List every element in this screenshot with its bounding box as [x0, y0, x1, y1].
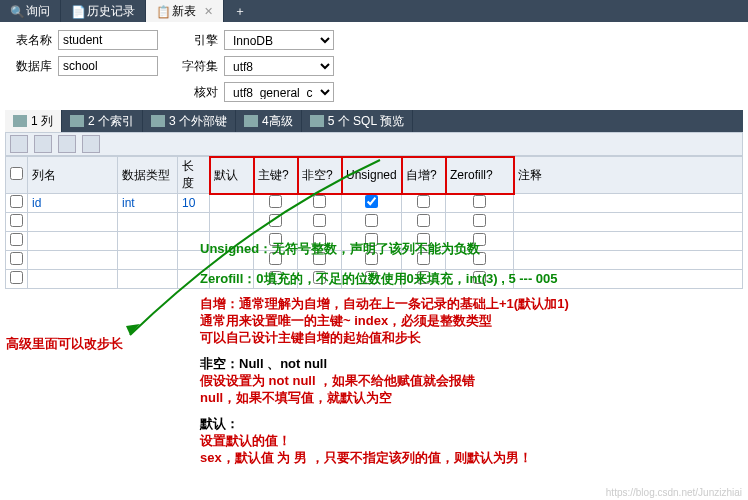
engine-label: 引擎 — [178, 32, 218, 49]
header-zerofill: Zerofill? — [446, 157, 514, 194]
remove-column-button[interactable] — [34, 135, 52, 153]
zf-checkbox[interactable] — [473, 195, 486, 208]
annotation-notnull2: 假设设置为 not null ，如果不给他赋值就会报错 — [200, 372, 475, 390]
collation-select[interactable]: utf8_general_ci — [224, 82, 334, 102]
header-primary: 主键? — [254, 157, 298, 194]
subtab-fks[interactable]: 3 个外部键 — [143, 110, 236, 132]
nn-checkbox[interactable] — [313, 195, 326, 208]
ai-checkbox[interactable] — [417, 195, 430, 208]
tab-history[interactable]: 📄 历史记录 — [61, 0, 146, 22]
move-down-button[interactable] — [82, 135, 100, 153]
header-colname: 列名 — [28, 157, 118, 194]
pk-checkbox[interactable] — [269, 195, 282, 208]
header-default: 默认 — [210, 157, 254, 194]
tab-label: 新表 — [172, 3, 196, 20]
subtab-columns[interactable]: 1 列 — [5, 110, 62, 132]
header-datatype: 数据类型 — [118, 157, 178, 194]
engine-select[interactable]: InnoDB — [224, 30, 334, 50]
annotation-autoinc3: 可以自己设计主键自增的起始值和步长 — [200, 329, 421, 347]
annotation-autoinc2: 通常用来设置唯一的主键~ index，必须是整数类型 — [200, 312, 492, 330]
window-tabbar: 🔍 询问 📄 历史记录 📋 新表 ✕ ＋ — [0, 0, 748, 22]
add-column-button[interactable] — [10, 135, 28, 153]
grid-toolbar — [5, 132, 743, 156]
annotation-notnull1: 非空：Null 、not null — [200, 355, 327, 373]
cell-len[interactable]: 10 — [178, 194, 210, 213]
annotation-notnull3: null，如果不填写值，就默认为空 — [200, 389, 392, 407]
svg-marker-0 — [126, 324, 140, 335]
history-icon: 📄 — [71, 5, 83, 17]
header-autoinc: 自增? — [402, 157, 446, 194]
new-tab-button[interactable]: ＋ — [224, 0, 256, 22]
fk-icon — [151, 115, 165, 127]
header-notnull: 非空? — [298, 157, 342, 194]
header-checkbox — [6, 157, 28, 194]
sub-tabbar: 1 列 2 个索引 3 个外部键 4高级 5 个 SQL 预览 — [5, 110, 743, 132]
table-name-label: 表名称 — [12, 32, 52, 49]
header-unsigned: Unsigned — [342, 157, 402, 194]
header-comment: 注释 — [514, 157, 743, 194]
query-icon: 🔍 — [10, 5, 22, 17]
sql-icon — [310, 115, 324, 127]
table-form: 表名称 数据库 引擎 InnoDB 字符集 utf8 核对 utf8_gener… — [0, 22, 748, 110]
annotation-autoinc1: 自增：通常理解为自增，自动在上一条记录的基础上+1(默认加1) — [200, 295, 569, 313]
watermark: https://blog.csdn.net/Junzizhiai — [606, 487, 742, 498]
collation-label: 核对 — [178, 84, 218, 101]
cell-comment[interactable] — [514, 194, 743, 213]
annotation-default3: sex，默认值 为 男 ，只要不指定该列的值，则默认为男！ — [200, 449, 532, 467]
table-icon: 📋 — [156, 5, 168, 17]
charset-select[interactable]: utf8 — [224, 56, 334, 76]
cell-type[interactable]: int — [118, 194, 178, 213]
advanced-icon — [244, 115, 258, 127]
tab-new-table[interactable]: 📋 新表 ✕ — [146, 0, 224, 22]
move-up-button[interactable] — [58, 135, 76, 153]
row-checkbox[interactable] — [10, 195, 23, 208]
unsigned-checkbox[interactable] — [365, 195, 378, 208]
annotation-default2: 设置默认的值！ — [200, 432, 291, 450]
subtab-sql[interactable]: 5 个 SQL 预览 — [302, 110, 413, 132]
tab-label: 询问 — [26, 3, 50, 20]
close-icon[interactable]: ✕ — [204, 5, 213, 18]
select-all-checkbox[interactable] — [10, 167, 23, 180]
subtab-indexes[interactable]: 2 个索引 — [62, 110, 143, 132]
annotation-unsigned: Unsigned：无符号整数，声明了该列不能为负数 — [200, 240, 480, 258]
table-row[interactable] — [6, 213, 743, 232]
tab-label: 历史记录 — [87, 3, 135, 20]
annotation-default1: 默认： — [200, 415, 239, 433]
annotation-zerofill: Zerofill：0填充的，不足的位数使用0来填充，int(3) , 5 ---… — [200, 270, 558, 288]
annotation-side: 高级里面可以改步长 — [6, 335, 123, 353]
cell-default[interactable] — [210, 194, 254, 213]
subtab-advanced[interactable]: 4高级 — [236, 110, 302, 132]
header-length: 长度 — [178, 157, 210, 194]
tab-query[interactable]: 🔍 询问 — [0, 0, 61, 22]
indexes-icon — [70, 115, 84, 127]
table-name-input[interactable] — [58, 30, 158, 50]
database-input[interactable] — [58, 56, 158, 76]
database-label: 数据库 — [12, 58, 52, 75]
cell-name[interactable]: id — [28, 194, 118, 213]
columns-icon — [13, 115, 27, 127]
charset-label: 字符集 — [178, 58, 218, 75]
table-row[interactable]: id int 10 — [6, 194, 743, 213]
